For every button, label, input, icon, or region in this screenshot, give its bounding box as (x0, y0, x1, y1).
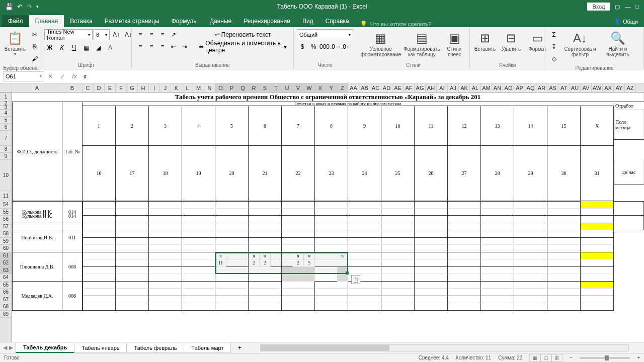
cell[interactable] (215, 216, 249, 223)
signin-button[interactable]: Вход (587, 3, 610, 11)
cell[interactable] (614, 216, 644, 230)
cell[interactable] (547, 303, 581, 311)
cell[interactable] (215, 289, 249, 296)
cell[interactable] (282, 267, 293, 282)
cell[interactable] (182, 274, 215, 282)
fx-button[interactable]: fx (68, 70, 80, 82)
cell[interactable] (315, 245, 348, 252)
row-header-67[interactable]: 67 (0, 296, 12, 304)
cell[interactable]: в (337, 252, 348, 260)
scroll-thumb[interactable] (261, 345, 389, 351)
cell[interactable] (83, 296, 116, 304)
cell[interactable] (381, 238, 415, 245)
cell[interactable]: X (581, 106, 614, 146)
align-right-button[interactable]: ≡ (157, 41, 168, 52)
cell[interactable] (348, 216, 381, 223)
cell[interactable] (547, 296, 581, 304)
font-name-combo[interactable]: Times New Roman▾ (44, 29, 93, 40)
cell[interactable] (514, 230, 547, 238)
cell[interactable]: Поло месяца (614, 110, 644, 140)
tab-home[interactable]: Главная (29, 15, 64, 27)
cell[interactable] (337, 267, 348, 282)
col-header-E[interactable]: E (105, 83, 116, 92)
cell[interactable] (149, 252, 182, 260)
cell[interactable] (149, 289, 182, 296)
cell[interactable] (182, 209, 215, 216)
cell[interactable]: 011 (62, 223, 83, 252)
add-sheet-button[interactable]: + (234, 342, 245, 353)
cell[interactable] (448, 216, 481, 223)
cell[interactable]: 17 (116, 146, 149, 201)
cell[interactable] (83, 223, 116, 231)
cell[interactable] (514, 267, 547, 275)
cell[interactable] (282, 289, 315, 296)
cell[interactable] (481, 238, 514, 245)
cell[interactable]: 2 (249, 259, 260, 267)
enter-formula[interactable]: ✓ (56, 70, 68, 82)
cell[interactable] (83, 201, 116, 209)
cell[interactable] (83, 259, 116, 267)
cell[interactable] (249, 274, 282, 282)
minimize-icon[interactable]: — (625, 4, 630, 10)
align-left-button[interactable]: ≡ (135, 41, 146, 52)
cell[interactable] (215, 209, 249, 216)
cell[interactable] (547, 259, 581, 267)
col-header-AI[interactable]: AI (437, 83, 448, 92)
cell[interactable] (514, 209, 547, 216)
cell[interactable] (381, 252, 415, 260)
col-header-AA[interactable]: AA (348, 83, 359, 92)
cell[interactable] (282, 245, 315, 252)
cell[interactable] (581, 245, 614, 252)
cell[interactable] (415, 303, 448, 311)
cell[interactable] (448, 267, 481, 275)
cell[interactable] (415, 267, 448, 275)
find-select-button[interactable]: 🔍Найти и выделить (601, 29, 635, 58)
cell[interactable]: Ф.И.О., должность (12, 102, 62, 201)
cell[interactable] (83, 274, 116, 282)
cell[interactable] (149, 223, 182, 231)
cell[interactable]: н (304, 252, 315, 260)
cell[interactable]: н (260, 252, 271, 260)
cell[interactable]: 10 (381, 106, 415, 146)
cell[interactable] (514, 223, 547, 231)
number-format-combo[interactable]: Общий▾ (297, 29, 353, 40)
cell[interactable] (149, 274, 182, 282)
grid-area[interactable]: ABCDEFGHIJKLMNOPQRSTUVWXYZAAABACADAEAFAG… (0, 83, 644, 342)
save-icon[interactable]: 💾 (5, 3, 13, 11)
cell[interactable]: 31 (581, 146, 614, 201)
col-header-D[interactable]: D (94, 83, 105, 92)
cell[interactable]: 21 (249, 146, 282, 201)
cell[interactable] (415, 259, 448, 267)
cell[interactable] (448, 245, 481, 252)
comma-button[interactable]: 000 (319, 41, 330, 52)
cell[interactable]: 1 (83, 106, 116, 146)
font-color-button[interactable]: A (105, 42, 116, 53)
cell[interactable] (547, 274, 581, 282)
align-bottom-button[interactable]: ≡ (157, 29, 168, 40)
col-header-X[interactable]: X (315, 83, 326, 92)
borders-button[interactable]: ▦ (80, 42, 92, 53)
cell[interactable]: 16 (83, 146, 116, 201)
cell[interactable] (116, 259, 149, 267)
cell[interactable] (514, 238, 547, 245)
cell[interactable] (481, 289, 514, 296)
horizontal-scrollbar[interactable] (260, 344, 629, 351)
cell[interactable] (116, 267, 149, 275)
row-header-9[interactable]: 9 (0, 153, 12, 160)
cell[interactable] (415, 252, 448, 260)
col-header-AY[interactable]: AY (614, 83, 625, 92)
cell[interactable] (315, 223, 348, 231)
cell[interactable]: 12 (448, 106, 481, 146)
cell[interactable] (415, 245, 448, 252)
insert-cells-button[interactable]: ⊞Вставить (473, 29, 497, 53)
cell[interactable] (448, 201, 481, 209)
row-header-10[interactable]: 10 (0, 160, 12, 191)
decrease-indent-button[interactable]: ⇤ (168, 41, 179, 52)
cell[interactable]: 2 (260, 259, 271, 267)
row-header-54[interactable]: 54 (0, 201, 12, 209)
cell[interactable] (381, 230, 415, 238)
row-header-6[interactable]: 6 (0, 124, 12, 131)
cell[interactable]: 2 (116, 106, 149, 146)
cell[interactable] (249, 201, 282, 209)
cell[interactable] (182, 267, 215, 275)
